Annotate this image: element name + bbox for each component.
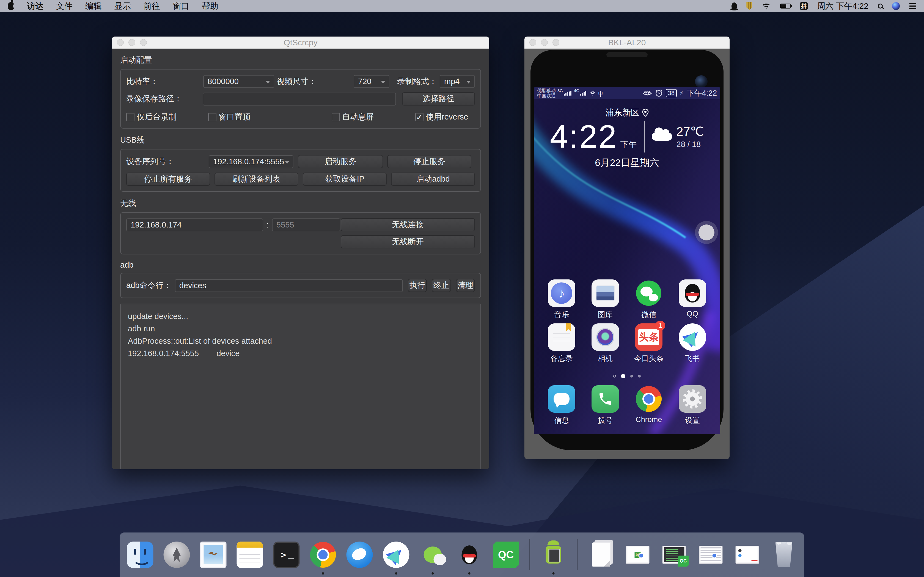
qq-dock-icon[interactable] bbox=[456, 542, 483, 568]
qtscrcpy-titlebar[interactable]: QtScrcpy bbox=[112, 37, 489, 48]
wireless-port-input[interactable]: 5555 bbox=[272, 218, 341, 231]
start-adbd-button[interactable]: 启动adbd bbox=[391, 172, 475, 186]
feishu-app-icon[interactable] bbox=[679, 323, 706, 351]
app-chrome[interactable]: Chrome bbox=[627, 385, 671, 425]
wechat-dock-icon[interactable] bbox=[420, 542, 446, 568]
chrome-dock-icon[interactable] bbox=[310, 542, 336, 568]
trash-icon[interactable] bbox=[771, 542, 797, 568]
start-service-button[interactable]: 启动服务 bbox=[298, 155, 383, 168]
menu-help[interactable]: 帮助 bbox=[202, 0, 218, 12]
minimize-window-button[interactable] bbox=[128, 39, 135, 46]
refresh-device-list-button[interactable]: 刷新设备列表 bbox=[215, 172, 298, 186]
android-tool-dock-icon[interactable] bbox=[540, 542, 567, 568]
auto-screen-off-checkbox[interactable]: 自动息屏 bbox=[332, 111, 374, 122]
minimized-qtcreator-window[interactable]: QC bbox=[661, 542, 688, 568]
qtcreator-dock-icon[interactable]: QC bbox=[493, 542, 519, 568]
checkbox-box[interactable] bbox=[208, 113, 216, 121]
app-settings[interactable]: 设置 bbox=[671, 385, 714, 425]
wireless-ip-input[interactable]: 192.168.0.174 bbox=[126, 218, 263, 231]
wechat-app-icon[interactable] bbox=[635, 279, 662, 307]
minimized-chrome-web-window[interactable] bbox=[698, 542, 724, 568]
music-app-icon[interactable]: ♪ bbox=[548, 279, 575, 307]
record-path-input[interactable] bbox=[203, 93, 396, 105]
app-feishu[interactable]: 飞书 bbox=[671, 323, 714, 364]
gallery-app-icon[interactable] bbox=[591, 279, 619, 307]
notes-dock-icon[interactable] bbox=[237, 542, 263, 568]
zoom-window-button[interactable] bbox=[140, 39, 147, 46]
phone-window-titlebar[interactable]: BKL-AL20 bbox=[524, 37, 730, 48]
qq-app-icon[interactable] bbox=[679, 279, 706, 307]
close-window-button[interactable] bbox=[529, 39, 536, 46]
use-reverse-checkbox[interactable]: ✓ 使用reverse bbox=[415, 111, 468, 122]
menu-window[interactable]: 窗口 bbox=[173, 0, 189, 12]
checkbox-box[interactable] bbox=[126, 113, 134, 121]
stop-service-button[interactable]: 停止服务 bbox=[387, 155, 471, 168]
wifi-icon[interactable] bbox=[761, 3, 771, 10]
wireless-disconnect-button[interactable]: 无线断开 bbox=[341, 235, 475, 248]
checkbox-box[interactable] bbox=[332, 113, 340, 121]
app-notes[interactable]: 备忘录 bbox=[540, 323, 583, 364]
chrome-app-icon[interactable] bbox=[635, 385, 662, 413]
app-camera[interactable]: 相机 bbox=[583, 323, 627, 364]
menu-file[interactable]: 文件 bbox=[56, 0, 73, 12]
toutiao-app-icon[interactable]: 头条 1 bbox=[635, 323, 662, 351]
log-output[interactable]: update devices...adb runAdbProcess::out:… bbox=[120, 304, 481, 469]
blue-fish-app-dock-icon[interactable] bbox=[347, 542, 373, 568]
menu-view[interactable]: 显示 bbox=[115, 0, 131, 12]
camera-app-icon[interactable] bbox=[591, 323, 619, 351]
adb-command-input[interactable]: devices bbox=[175, 279, 403, 292]
finder-dock-icon[interactable] bbox=[127, 542, 153, 568]
get-device-ip-button[interactable]: 获取设备IP bbox=[303, 172, 387, 186]
choose-path-button[interactable]: 选择路径 bbox=[402, 92, 475, 105]
notes-app-icon[interactable] bbox=[548, 323, 575, 351]
app-messages[interactable]: 信息 bbox=[540, 385, 583, 425]
siri-icon[interactable] bbox=[892, 2, 900, 10]
minimized-chrome-doc-window[interactable]: 坤 bbox=[625, 542, 651, 568]
zoom-window-button[interactable] bbox=[552, 39, 559, 46]
input-method-icon[interactable]: 拼 bbox=[800, 2, 808, 10]
phone-screen[interactable]: 优酷移动 中国联通 3G 4G ψ bbox=[534, 87, 720, 434]
adb-clear-button[interactable]: 清理 bbox=[456, 279, 475, 292]
app-gallery[interactable]: 图库 bbox=[583, 279, 627, 319]
app-toutiao[interactable]: 头条 1 今日头条 bbox=[627, 323, 671, 364]
notification-center-icon[interactable] bbox=[909, 3, 916, 9]
minimized-qq-chat-window[interactable] bbox=[734, 542, 761, 568]
apple-menu-icon[interactable] bbox=[8, 2, 14, 10]
app-qq[interactable]: QQ bbox=[671, 279, 714, 319]
feishu-dock-icon[interactable] bbox=[383, 542, 409, 568]
battery-icon[interactable] bbox=[780, 3, 791, 8]
stop-all-services-button[interactable]: 停止所有服务 bbox=[126, 172, 210, 186]
background-record-checkbox[interactable]: 仅后台录制 bbox=[126, 111, 176, 122]
app-wechat[interactable]: 微信 bbox=[627, 279, 671, 319]
menu-app-name[interactable]: 访达 bbox=[27, 0, 44, 12]
menu-edit[interactable]: 编辑 bbox=[85, 0, 102, 12]
qq-status-icon[interactable] bbox=[732, 2, 737, 10]
mail-dock-icon[interactable] bbox=[200, 542, 226, 568]
bitrate-combobox[interactable]: 8000000 bbox=[203, 75, 274, 88]
minimize-window-button[interactable] bbox=[541, 39, 548, 46]
serial-combobox[interactable]: 192.168.0.174:5555 bbox=[209, 155, 293, 168]
video-size-combobox[interactable]: 720 bbox=[354, 75, 389, 88]
close-window-button[interactable] bbox=[117, 39, 124, 46]
shield-status-icon[interactable] bbox=[746, 2, 752, 10]
wireless-connect-button[interactable]: 无线连接 bbox=[341, 218, 475, 231]
assistive-touch-ball[interactable] bbox=[695, 221, 718, 244]
terminal-dock-icon[interactable]: ＞_ bbox=[273, 542, 300, 568]
settings-app-icon[interactable] bbox=[679, 385, 706, 413]
adb-stop-button[interactable]: 终止 bbox=[432, 279, 451, 292]
notification-badge: 1 bbox=[655, 321, 665, 330]
phone-status-bar: 优酷移动 中国联通 3G 4G ψ bbox=[534, 87, 720, 99]
menu-go[interactable]: 前往 bbox=[144, 0, 160, 12]
record-format-combobox[interactable]: mp4 bbox=[440, 75, 475, 88]
documents-stack-icon[interactable] bbox=[588, 542, 614, 568]
launchpad-dock-icon[interactable] bbox=[164, 542, 190, 568]
app-dialer[interactable]: 拨号 bbox=[583, 385, 627, 425]
adb-run-button[interactable]: 执行 bbox=[408, 279, 427, 292]
always-on-top-checkbox[interactable]: 窗口置顶 bbox=[208, 111, 250, 122]
app-music[interactable]: ♪ 音乐 bbox=[540, 279, 583, 319]
checkbox-box-checked[interactable]: ✓ bbox=[415, 113, 423, 121]
menubar-clock[interactable]: 周六 下午4:22 bbox=[817, 0, 869, 12]
messages-app-icon[interactable] bbox=[548, 385, 575, 413]
dialer-app-icon[interactable] bbox=[591, 385, 619, 413]
spotlight-search-icon[interactable] bbox=[878, 3, 883, 8]
